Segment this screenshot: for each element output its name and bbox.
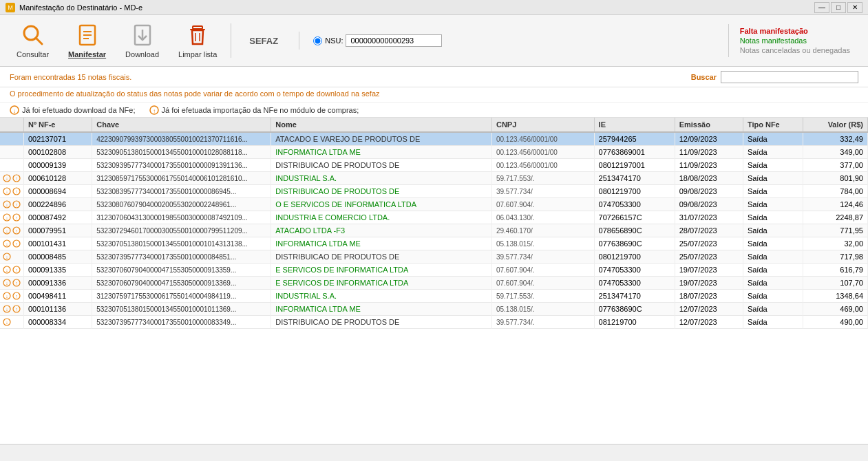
- nsu-radio[interactable]: [313, 36, 322, 45]
- row-cnpj: 06.043.130/.: [491, 211, 594, 224]
- row-chave: 53230807607904000200553020002248961...: [92, 198, 271, 211]
- table-row[interactable]: ↓↑00061012831230859717553000617550140006…: [0, 172, 868, 185]
- limpar-label: Limpar lista: [178, 50, 217, 58]
- table-row[interactable]: ↓↑00049841131230759717553000617550140004…: [0, 290, 868, 303]
- limpar-button[interactable]: Limpar lista: [169, 19, 226, 63]
- minimize-button[interactable]: —: [814, 2, 829, 13]
- status-manifestadas[interactable]: Notas manifestadas: [740, 36, 850, 45]
- maximize-button[interactable]: □: [831, 2, 846, 13]
- nsu-input[interactable]: [346, 34, 442, 47]
- row-chave: 53230729460170000300550010000799511209..…: [92, 224, 271, 237]
- title-bar-left: M Manifestação do Destinatário - MD-e: [6, 3, 142, 12]
- row-nome: DISTRIBUICAO DE PRODUTOS DE: [271, 185, 492, 198]
- search-input[interactable]: [721, 71, 858, 83]
- download-row-icon: ↓: [3, 239, 11, 248]
- nsu-row: NSU:: [313, 34, 442, 47]
- row-nome: INDUSTRIA E COMERCIO LTDA.: [271, 211, 492, 224]
- row-emissao: 12/07/2023: [675, 316, 743, 329]
- table-row[interactable]: 0021370714223090799397300038055001002137…: [0, 132, 868, 146]
- table-row[interactable]: ↓↑00008749231230706043130000198550030000…: [0, 211, 868, 224]
- row-nome: INFORMATICA LTDA ME: [271, 237, 492, 250]
- row-cnpj: 39.577.734/: [491, 250, 594, 264]
- row-chave: 42230907993973000380550010021370711616..…: [92, 132, 271, 146]
- download-row-icon: ↓: [3, 292, 11, 300]
- row-icons: ↓↑: [0, 237, 24, 250]
- update-bar: O procedimento de atualização do status …: [0, 87, 868, 103]
- col-emissao: Emissão: [675, 118, 743, 132]
- table-row[interactable]: ↓↑00010143153230705138015000134550010001…: [0, 237, 868, 250]
- download-button[interactable]: Download: [116, 19, 169, 63]
- import-row-icon: ↑: [12, 200, 21, 208]
- sefaz-label: SEFAZ: [235, 36, 292, 46]
- consultar-button[interactable]: Consultar: [7, 19, 59, 63]
- svg-text:↓: ↓: [6, 202, 8, 207]
- nsu-radio-group: NSU:: [313, 34, 442, 47]
- manifestar-button[interactable]: Manifestar: [59, 19, 116, 63]
- toolbar-divider-1: [231, 23, 231, 58]
- row-nfe-num: 000008485: [24, 250, 92, 264]
- row-tipo: Saída: [743, 303, 803, 316]
- svg-text:↓: ↓: [6, 268, 8, 272]
- row-nfe-num: 000498411: [24, 290, 92, 303]
- row-cnpj: 07.607.904/.: [491, 277, 594, 290]
- row-nfe-num: 000101136: [24, 303, 92, 316]
- table-row[interactable]: ↓000008485532307395777340001735500100000…: [0, 250, 868, 264]
- row-emissao: 11/09/2023: [675, 159, 743, 172]
- table-row[interactable]: ↓↑00007995153230729460170000300550010000…: [0, 224, 868, 237]
- row-valor: 801,90: [803, 172, 868, 185]
- row-icons: ↓↑: [0, 277, 24, 290]
- table-row[interactable]: ↓↑00009133553230706079040000471553050000…: [0, 264, 868, 277]
- row-cnpj: 00.123.456/0001/00: [491, 132, 594, 146]
- status-bar: [0, 444, 868, 459]
- download-row-icon: ↓: [3, 213, 11, 222]
- row-cnpj: 39.577.734/.: [491, 316, 594, 329]
- table-container: Nº NF-e Chave Nome CNPJ IE Emissão Tipo …: [0, 118, 868, 444]
- row-ie: 0801219700: [594, 250, 675, 264]
- row-nfe-num: 000101431: [24, 237, 92, 250]
- row-tipo: Saída: [743, 277, 803, 290]
- row-chave: 31230759717553000617550140004984119...: [92, 290, 271, 303]
- import-row-icon: ↑: [12, 279, 21, 287]
- legend-import-label: Já foi efetuada importação da NFe no mód…: [162, 106, 359, 114]
- close-button[interactable]: ✕: [847, 2, 862, 13]
- row-nfe-num: 000224896: [24, 198, 92, 211]
- col-valor: Valor (R$): [803, 118, 868, 132]
- nfe-table: Nº NF-e Chave Nome CNPJ IE Emissão Tipo …: [0, 118, 868, 329]
- col-icons: [0, 118, 24, 132]
- row-icons: ↓↑: [0, 290, 24, 303]
- row-chave: 53230739577734000173550010000084851...: [92, 250, 271, 264]
- table-row[interactable]: ↓↑00010113653230705138015000134550010001…: [0, 303, 868, 316]
- table-row[interactable]: 0001028085323090513801500013455001000102…: [0, 146, 868, 159]
- row-nfe-num: 000008694: [24, 185, 92, 198]
- row-nfe-num: 000009139: [24, 159, 92, 172]
- table-row[interactable]: ↓000008334532307395777340001735500100000…: [0, 316, 868, 329]
- col-tipo: Tipo NFe: [743, 118, 803, 132]
- status-falta: Falta manifestação: [740, 27, 850, 35]
- row-valor: 332,49: [803, 132, 868, 146]
- row-tipo: Saída: [743, 250, 803, 264]
- table-row[interactable]: ↓↑00009133653230706079040000471553050000…: [0, 277, 868, 290]
- row-nfe-num: 000091335: [24, 264, 92, 277]
- row-tipo: Saída: [743, 146, 803, 159]
- svg-text:↓: ↓: [6, 242, 8, 246]
- row-nome: DISTRIBUICAO DE PRODUTOS DE: [271, 159, 492, 172]
- svg-text:↑: ↑: [15, 202, 18, 207]
- download-legend-icon: ↓: [10, 105, 19, 115]
- table-row[interactable]: 0000091395323093957773400017355001000009…: [0, 159, 868, 172]
- table-row[interactable]: ↓↑00022489653230807607904000200553020002…: [0, 198, 868, 211]
- row-valor: 717,98: [803, 250, 868, 264]
- row-cnpj: 07.607.904/.: [491, 264, 594, 277]
- row-ie: 077638690C: [594, 237, 675, 250]
- manifestar-icon: [75, 23, 100, 47]
- row-nome: DISTRIBUICAO DE PRODUTOS DE: [271, 250, 492, 264]
- table-row[interactable]: ↓↑00000869453230839577734000173550010000…: [0, 185, 868, 198]
- row-valor: 349,00: [803, 146, 868, 159]
- row-chave: 53230739577734000173550010000083349...: [92, 316, 271, 329]
- row-chave: 53230839577734000173550010000086945...: [92, 185, 271, 198]
- row-nome: ATACADO LTDA -F3: [271, 224, 492, 237]
- row-tipo: Saída: [743, 237, 803, 250]
- download-row-icon: ↓: [3, 318, 11, 326]
- row-icons: ↓↑: [0, 303, 24, 316]
- svg-text:↑: ↑: [15, 242, 18, 246]
- import-legend-icon: ↑: [149, 105, 159, 115]
